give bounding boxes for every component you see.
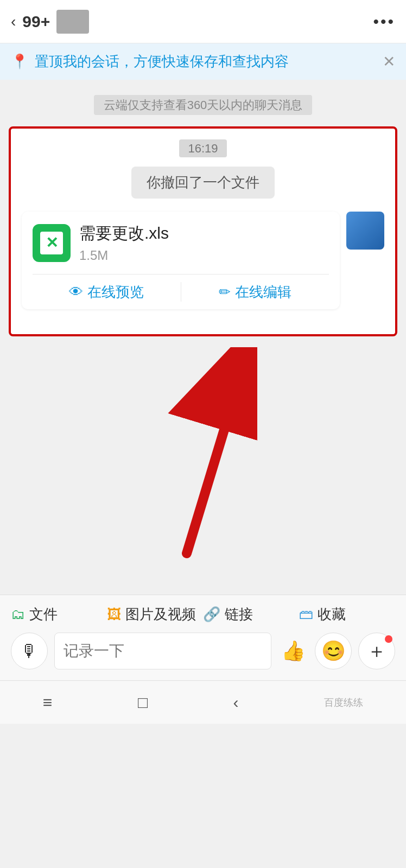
nav-home-button[interactable]: □ — [138, 693, 148, 712]
preview-icon: 👁 — [69, 284, 83, 301]
pin-icon: 📍 — [11, 53, 28, 70]
file-tab-label: 文件 — [29, 605, 58, 624]
file-card: ✕ 需要更改.xls 1.5M 👁 在线预览 — [22, 212, 340, 309]
file-tab-icon: 🗂 — [11, 606, 25, 623]
excel-icon: ✕ — [46, 234, 58, 252]
file-actions: 👁 在线预览 ✏ 在线编辑 — [33, 275, 329, 309]
collect-tab-label: 收藏 — [318, 605, 346, 624]
preview-label: 在线预览 — [87, 283, 144, 302]
edit-label: 在线编辑 — [235, 283, 291, 302]
file-type-icon-wrap: ✕ — [33, 224, 71, 262]
message-badge: 99+ — [22, 12, 50, 31]
image-tab-label: 图片及视频 — [125, 605, 196, 624]
recall-notice: 你撤回了一个文件 — [22, 167, 384, 199]
file-size: 1.5M — [79, 248, 329, 263]
nav-back-button[interactable]: ‹ — [233, 693, 239, 712]
pin-banner: 📍 置顶我的会话，方便快速保存和查找内容 ✕ — [0, 43, 406, 80]
cloud-tip-text: 云端仅支持查看360天以内的聊天消息 — [94, 95, 313, 115]
message-timestamp: 16:19 — [22, 142, 384, 156]
contact-avatar — [56, 10, 89, 34]
bottom-toolbar: 🗂 文件 🖼 图片及视频 🔗 链接 🗃 收藏 🎙 👍 😊 ＋ — [0, 595, 406, 680]
file-edit-button[interactable]: ✏ 在线编辑 — [181, 275, 329, 309]
mic-icon: 🎙 — [21, 641, 38, 661]
file-name: 需要更改.xls — [79, 222, 329, 245]
message-highlight-box: 16:19 你撤回了一个文件 ✕ 需要更改.xls — [9, 126, 397, 336]
message-input[interactable] — [54, 633, 271, 669]
file-type-icon-inner: ✕ — [40, 232, 63, 254]
edit-icon: ✏ — [219, 284, 231, 301]
cloud-tip: 云端仅支持查看360天以内的聊天消息 — [9, 97, 397, 113]
pin-banner-text: 置顶我的会话，方便快速保存和查找内容 — [35, 52, 376, 71]
emoji-button[interactable]: 😊 — [315, 633, 352, 669]
link-tab-label: 链接 — [225, 605, 253, 624]
add-badge — [385, 635, 392, 643]
bottom-nav: ≡ □ ‹ 百度练练 — [0, 680, 406, 724]
link-tab-icon: 🔗 — [203, 606, 220, 623]
tab-image[interactable]: 🖼 图片及视频 — [107, 605, 203, 624]
pin-close-button[interactable]: ✕ — [383, 53, 395, 71]
tab-link[interactable]: 🔗 链接 — [203, 605, 299, 624]
file-info: 需要更改.xls 1.5M — [79, 222, 329, 263]
toolbar-tabs: 🗂 文件 🖼 图片及视频 🔗 链接 🗃 收藏 — [11, 605, 395, 624]
add-button[interactable]: ＋ — [358, 633, 395, 669]
tab-file[interactable]: 🗂 文件 — [11, 605, 107, 624]
tab-collect[interactable]: 🗃 收藏 — [299, 605, 395, 624]
header: ‹ 99+ ••• — [0, 0, 406, 43]
plus-icon: ＋ — [367, 638, 386, 665]
header-left: ‹ 99+ — [11, 10, 89, 34]
more-button[interactable]: ••• — [373, 12, 395, 31]
user-avatar — [346, 212, 384, 250]
file-preview-button[interactable]: 👁 在线预览 — [33, 275, 181, 309]
nav-menu-button[interactable]: ≡ — [43, 693, 53, 712]
arrow-annotation — [9, 336, 397, 586]
svg-line-1 — [187, 374, 241, 553]
back-button[interactable]: ‹ — [11, 13, 16, 30]
nav-watermark: 百度练练 — [324, 696, 363, 709]
thumbsup-icon: 👍 — [281, 640, 306, 662]
image-tab-icon: 🖼 — [107, 606, 121, 623]
timestamp-value: 16:19 — [179, 139, 226, 157]
chat-area: 云端仅支持查看360天以内的聊天消息 16:19 你撤回了一个文件 ✕ — [0, 80, 406, 595]
recall-text: 你撤回了一个文件 — [131, 167, 275, 199]
like-button[interactable]: 👍 — [278, 636, 308, 666]
red-arrow-svg — [149, 347, 257, 575]
file-card-wrapper: ✕ 需要更改.xls 1.5M 👁 在线预览 — [22, 212, 340, 309]
emoji-icon: 😊 — [321, 640, 346, 662]
file-message-row: ✕ 需要更改.xls 1.5M 👁 在线预览 — [22, 212, 384, 309]
mic-button[interactable]: 🎙 — [11, 633, 48, 669]
file-card-header: ✕ 需要更改.xls 1.5M — [33, 222, 329, 274]
input-row: 🎙 👍 😊 ＋ — [11, 633, 395, 675]
collect-tab-icon: 🗃 — [299, 606, 313, 623]
